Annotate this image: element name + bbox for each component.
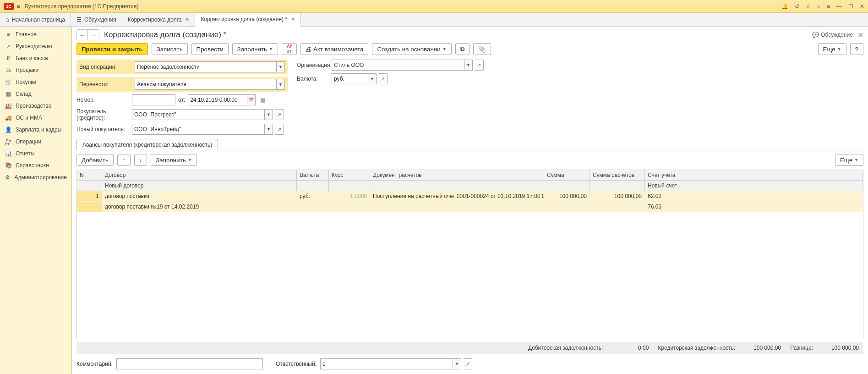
dropdown-icon[interactable]: ▼ (265, 109, 273, 120)
th-rate[interactable]: Курс (329, 170, 370, 180)
tab-doc1[interactable]: Корректировка долга ✕ (122, 13, 196, 26)
table-row[interactable]: договор поставки №19 от 14.02.2019 76.06 (77, 202, 863, 212)
bell-icon[interactable]: 🔔 (781, 3, 788, 10)
close-window-icon[interactable]: ✕ (860, 3, 864, 10)
calendar-icon[interactable]: 📅 (247, 94, 256, 105)
filter-icon[interactable]: ≡ (827, 3, 830, 10)
sidebar-item-manager[interactable]: ↗Руководителю (0, 40, 71, 52)
sidebar-item-warehouse[interactable]: ▦Склад (0, 88, 71, 100)
sidebar-item-label: Руководителю (16, 43, 52, 50)
move-up-button[interactable]: ↑ (117, 154, 131, 166)
dropdown-icon[interactable]: ▼ (464, 60, 473, 71)
subtab-advances[interactable]: Авансы покупателя (кредиторская задолжен… (76, 139, 218, 150)
circle-icon[interactable]: ○ (817, 3, 820, 10)
discuss-icon: 💬 (812, 32, 819, 38)
sidebar-item-main[interactable]: ≡Главное (0, 28, 71, 40)
forward-button[interactable]: → (88, 30, 99, 40)
sidebar-item-purchases[interactable]: 🛒Покупки (0, 76, 71, 88)
arrow-up-icon: ↑ (122, 157, 126, 164)
th-currency[interactable]: Валюта (297, 170, 329, 180)
th-new-contract[interactable]: Новый договор (102, 181, 297, 191)
org-input[interactable]: Стиль ООО (332, 60, 464, 71)
open-icon[interactable]: ↗ (463, 358, 472, 369)
open-icon[interactable]: ↗ (275, 109, 284, 120)
sidebar-item-production[interactable]: 🏭Производство (0, 100, 71, 112)
op-type-input[interactable]: Перенос задолженности (135, 61, 277, 72)
th-doc[interactable]: Документ расчетов (370, 170, 544, 180)
dtkt-button[interactable]: Аткт (282, 43, 297, 55)
number-label: Номер: (76, 97, 129, 103)
dropdown-icon[interactable]: ▼ (453, 358, 461, 369)
discuss-button[interactable]: 💬 Обсуждение (812, 32, 853, 38)
currency-input[interactable]: руб. (332, 73, 368, 84)
gear-icon: ⚙ (5, 174, 11, 181)
app-logo-icon: 1C (4, 3, 14, 10)
sidebar-item-admin[interactable]: ⚙Администрирование (0, 171, 71, 183)
cell-new-account: 76.06 (645, 202, 863, 212)
open-icon[interactable]: ↗ (275, 124, 284, 135)
maximize-icon[interactable]: ☐ (848, 3, 853, 10)
th-account[interactable]: Счет учета (645, 170, 863, 180)
save-button[interactable]: Записать (152, 43, 188, 55)
history-icon[interactable]: ↺ (795, 3, 799, 10)
number-input[interactable] (132, 94, 175, 105)
person-icon: 👤 (5, 126, 12, 133)
buyer-label: Покупатель (кредитор): (76, 108, 129, 121)
dropdown-icon[interactable]: ▼ (277, 61, 285, 72)
fill-button[interactable]: Заполнить▼ (232, 43, 278, 55)
open-icon[interactable]: ↗ (475, 60, 484, 71)
sidebar-item-salary[interactable]: 👤Зарплата и кадры (0, 124, 71, 136)
factory-icon: 🏭 (5, 103, 12, 109)
table-header-row2: Новый договор Новый счет (77, 181, 863, 191)
more-button[interactable]: Еще▼ (818, 43, 846, 55)
back-button[interactable]: ← (77, 30, 88, 40)
responsible-input[interactable]: о (320, 358, 453, 369)
fill-rows-button[interactable]: Заполнить▼ (151, 154, 197, 166)
table-more-button[interactable]: Еще▼ (835, 154, 863, 166)
act-button[interactable]: 🖨Акт взаимозачета (300, 43, 369, 55)
th-contract[interactable]: Договор (102, 170, 297, 180)
minimize-icon[interactable]: — (836, 3, 842, 10)
post-and-close-button[interactable]: Провести и закрыть (76, 43, 148, 55)
comment-input[interactable] (116, 358, 263, 369)
print-icon: 🖨 (306, 46, 311, 53)
date-input[interactable]: 24.10.2019 0:00:00 (188, 94, 247, 105)
sidebar-item-assets[interactable]: 🚚ОС и НМА (0, 112, 71, 124)
sidebar-item-reports[interactable]: 📊Отчеты (0, 148, 71, 160)
report-icon: 📊 (5, 150, 12, 157)
tab-discussions[interactable]: ☰ Обсуждения (71, 13, 122, 26)
add-row-button[interactable]: Добавить (76, 154, 114, 166)
main-menu-icon[interactable]: ≡ (16, 3, 20, 10)
open-icon[interactable]: ↗ (378, 73, 388, 84)
form-extra-icon[interactable]: ▦ (260, 97, 265, 103)
ruble-icon: ₽ (5, 55, 12, 61)
dropdown-icon[interactable]: ▼ (277, 79, 285, 90)
sidebar-item-bank[interactable]: ₽Банк и касса (0, 52, 71, 64)
close-icon[interactable]: ✕ (291, 16, 295, 22)
close-page-icon[interactable]: ✕ (857, 31, 863, 39)
dropdown-icon[interactable]: ▼ (265, 124, 273, 135)
sidebar-item-sales[interactable]: 🛍Продажи (0, 64, 71, 76)
sidebar-item-catalogs[interactable]: 📚Справочники (0, 160, 71, 171)
post-button[interactable]: Провести (191, 43, 229, 55)
help-button[interactable]: ? (850, 43, 863, 55)
dropdown-icon[interactable]: ▼ (368, 73, 377, 84)
star-icon[interactable]: ☆ (806, 3, 811, 10)
move-down-button[interactable]: ↓ (134, 154, 147, 166)
th-sum[interactable]: Сумма (544, 170, 590, 180)
create-based-button[interactable]: Создать на основании▼ (372, 43, 451, 55)
tab-home[interactable]: ⌂ Начальная страница (0, 13, 71, 26)
th-new-account[interactable]: Новый счет (645, 181, 863, 191)
table-row[interactable]: 1 договор поставки руб. 1,0000 Поступлен… (77, 191, 863, 202)
attach-button[interactable]: 📎 (473, 43, 491, 55)
sidebar-item-operations[interactable]: ДтОперации (0, 136, 71, 148)
newbuyer-input[interactable]: ООО "ИнноТрейд" (132, 124, 265, 135)
buyer-input[interactable]: ООО "Прогресс" (132, 109, 265, 120)
transfer-input[interactable]: Авансы покупателя (135, 79, 277, 90)
close-icon[interactable]: ✕ (185, 16, 189, 22)
chevron-down-icon: ▼ (269, 47, 273, 51)
th-sum-settle[interactable]: Сумма расчетов (590, 170, 645, 180)
th-n[interactable]: N (77, 170, 102, 180)
link-button[interactable]: ⧉ (455, 43, 469, 55)
tab-doc2[interactable]: Корректировка долга (создание) * ✕ (195, 13, 301, 27)
